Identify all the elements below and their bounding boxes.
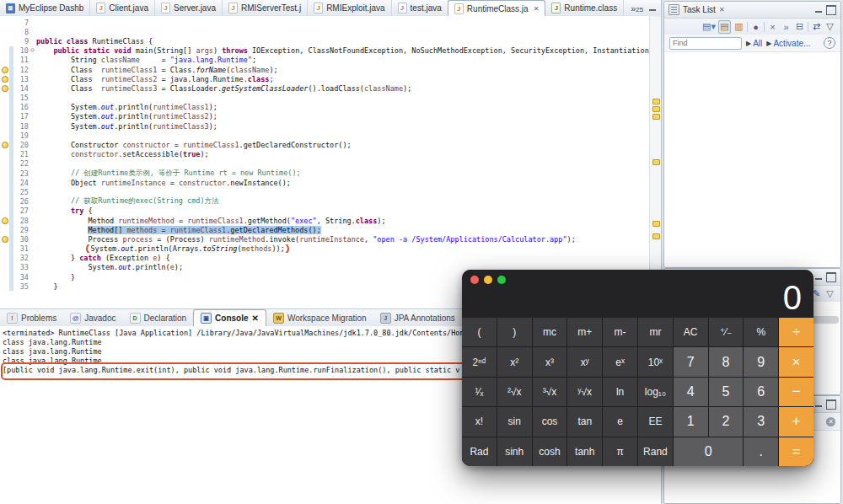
- close-window-icon[interactable]: [470, 276, 479, 284]
- calc-key-all-clear[interactable]: AC: [674, 318, 708, 346]
- warning-bulb-icon[interactable]: [0, 85, 9, 92]
- code-text[interactable]: constructor.setAccessible(true);: [36, 150, 649, 158]
- tab-overflow-indicator[interactable]: »25: [631, 3, 643, 13]
- minimize-icon[interactable]: [648, 4, 657, 12]
- code-text[interactable]: Constructor constructor = runtimeClass1.…: [36, 141, 649, 149]
- code-text[interactable]: Class runtimeClass1 = Class.forName(clas…: [36, 66, 649, 74]
- new-task-icon[interactable]: ▤▾: [702, 21, 716, 33]
- warning-marker[interactable]: [652, 221, 660, 227]
- show-categorized-icon[interactable]: ▤: [718, 20, 731, 34]
- view-menu-icon[interactable]: ▽: [824, 288, 835, 300]
- view-menu-icon[interactable]: ▽: [824, 21, 835, 33]
- minimize-icon[interactable]: [814, 400, 823, 408]
- close-icon[interactable]: ✕: [534, 5, 540, 13]
- warning-bulb-icon[interactable]: [2, 142, 8, 148]
- code-text[interactable]: // 创建Runtime类示例, 等价于 Runtime rt = new Ru…: [36, 169, 649, 179]
- code-text[interactable]: Method runtimeMethod = runtimeClass1.get…: [36, 217, 649, 225]
- calc-key-digit-6[interactable]: 6: [744, 378, 778, 406]
- calc-key-e-power-x[interactable]: eˣ: [603, 347, 637, 376]
- calc-key-square-root[interactable]: ²√x: [497, 378, 532, 406]
- warning-bulb-icon[interactable]: [0, 67, 9, 73]
- minimize-window-icon[interactable]: [484, 276, 492, 284]
- warning-bulb-icon[interactable]: [2, 76, 8, 83]
- calc-key-digit-2[interactable]: 2: [709, 407, 744, 436]
- close-icon[interactable]: ✕: [252, 314, 259, 323]
- calc-key-digit-5[interactable]: 5: [709, 378, 744, 406]
- code-text[interactable]: public static void main(String[] args) t…: [36, 46, 649, 55]
- calc-key-memory-clear[interactable]: mc: [533, 318, 567, 346]
- editor-tab-client-java[interactable]: JClient.java: [90, 0, 155, 16]
- code-text[interactable]: System.out.println(Arrays.toString(metho…: [36, 244, 649, 253]
- find-input[interactable]: [669, 37, 742, 50]
- synchronize-icon[interactable]: ⇄: [811, 21, 822, 33]
- zoom-window-icon[interactable]: [497, 276, 506, 284]
- editor-tab-rmiservertest-j[interactable]: JRMIServerTest.j: [223, 0, 308, 16]
- calc-key-log-10[interactable]: log₁₀: [638, 378, 673, 406]
- calc-key-tangent[interactable]: tan: [567, 407, 602, 436]
- close-icon[interactable]: ✕: [719, 6, 725, 13]
- code-text[interactable]: System.out.println(runtimeClass3);: [36, 122, 649, 131]
- calc-key-random[interactable]: Rand: [638, 437, 673, 466]
- console-tab-workspace-migration[interactable]: WWorkspace Migration: [266, 309, 373, 326]
- show-scheduled-icon[interactable]: ▥: [733, 21, 744, 33]
- calc-key-x-power-y[interactable]: xʸ: [567, 347, 602, 376]
- warning-bulb-icon[interactable]: [2, 236, 8, 243]
- minimize-icon[interactable]: [814, 6, 823, 13]
- code-text[interactable]: Class runtimeClass3 = ClassLoader.getSys…: [36, 84, 649, 93]
- minimize-icon[interactable]: [814, 273, 823, 281]
- calc-key-cosine[interactable]: cos: [533, 407, 567, 436]
- calc-key-euler[interactable]: e: [603, 407, 637, 436]
- calc-key-memory-recall[interactable]: mr: [638, 318, 673, 346]
- editor-tab-test-java[interactable]: Jtest.java: [392, 0, 448, 16]
- calc-key-subtract[interactable]: −: [779, 378, 813, 406]
- warning-bulb-icon[interactable]: [2, 217, 8, 224]
- console-tab-javadoc[interactable]: @Javadoc: [63, 309, 122, 326]
- calc-key-digit-0[interactable]: 0: [674, 437, 744, 466]
- maximize-icon[interactable]: [826, 5, 836, 15]
- maximize-icon[interactable]: [826, 399, 836, 410]
- calc-key-x-cubed[interactable]: x³: [533, 347, 567, 376]
- warning-bulb-icon[interactable]: [2, 67, 8, 73]
- code-text[interactable]: } catch (Exception e) {: [36, 254, 649, 262]
- calc-key-paren-close[interactable]: ): [497, 318, 532, 346]
- calc-key-cube-root[interactable]: ³√x: [533, 378, 567, 406]
- scope-all-link[interactable]: ▶ All: [746, 39, 762, 48]
- calc-key-rad[interactable]: Rad: [462, 437, 497, 466]
- calc-key-digit-9[interactable]: 9: [744, 347, 778, 376]
- focus-workweek-icon[interactable]: »: [781, 21, 792, 33]
- warning-marker[interactable]: [652, 233, 660, 239]
- console-tab-console[interactable]: ▣Console✕: [193, 309, 266, 326]
- editor-tab-server-java[interactable]: JServer.java: [155, 0, 223, 16]
- collapse-all-icon[interactable]: ⊟: [794, 21, 805, 33]
- deactivate-task-icon[interactable]: ×: [767, 21, 778, 33]
- my-tasks-icon[interactable]: ●: [750, 21, 761, 33]
- code-text[interactable]: System.out.println(runtimeClass1);: [36, 103, 649, 111]
- overview-ruler[interactable]: [649, 16, 661, 308]
- calc-key-pi[interactable]: π: [603, 437, 637, 466]
- calc-key-divide[interactable]: ÷: [779, 318, 813, 346]
- warning-marker[interactable]: [652, 159, 660, 165]
- calc-key-add[interactable]: +: [779, 407, 813, 436]
- activate-link[interactable]: ▶ Activate...: [766, 39, 810, 48]
- maximize-icon[interactable]: [826, 272, 836, 282]
- code-text[interactable]: String className = "java.lang.Runtime";: [36, 56, 649, 64]
- calc-key-factorial[interactable]: x!: [462, 407, 497, 436]
- code-text[interactable]: Class runtimeClass2 = java.lang.Runtime.…: [36, 75, 649, 83]
- calculator-titlebar[interactable]: 0: [462, 270, 813, 318]
- calc-key-memory-minus[interactable]: m-: [603, 318, 637, 346]
- console-tab-problems[interactable]: !Problems: [0, 309, 63, 326]
- calc-key-digit-1[interactable]: 1: [674, 407, 708, 436]
- calc-key-x-squared[interactable]: x²: [497, 347, 532, 376]
- calc-key-plus-minus[interactable]: ⁺⁄₋: [709, 318, 744, 346]
- code-editor[interactable]: 789public class RuntimeClass {10⊖ public…: [0, 16, 661, 308]
- clear-filter-icon[interactable]: ✕: [826, 417, 835, 426]
- calc-key-ten-power-x[interactable]: 10ˣ: [638, 347, 673, 376]
- calc-key-equals[interactable]: =: [779, 437, 813, 466]
- warning-marker[interactable]: [652, 114, 660, 120]
- code-text[interactable]: try {: [36, 206, 649, 215]
- code-text[interactable]: public class RuntimeClass {: [36, 37, 649, 46]
- calc-key-hyperbolic-sine[interactable]: sinh: [497, 437, 532, 466]
- calc-key-multiply[interactable]: ×: [779, 347, 813, 376]
- warning-marker[interactable]: [652, 99, 660, 105]
- calc-key-natural-log[interactable]: ln: [603, 378, 637, 406]
